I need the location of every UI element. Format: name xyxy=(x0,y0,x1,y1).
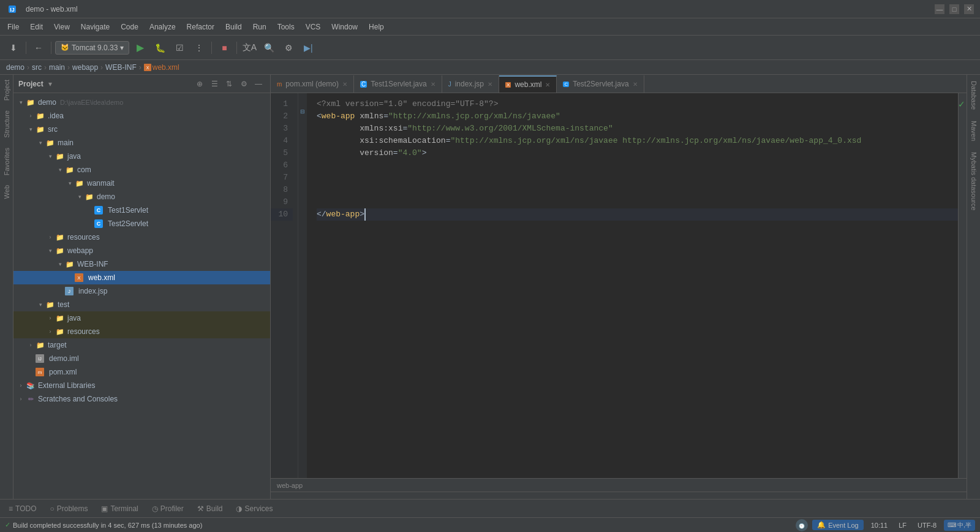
menu-vcs[interactable]: VCS xyxy=(301,21,326,33)
editor-tab-webxml[interactable]: X web.xml ✕ xyxy=(499,75,557,93)
breadcrumb-demo[interactable]: demo xyxy=(6,63,24,72)
menu-file[interactable]: File xyxy=(2,21,24,33)
editor-tab-test2servlet[interactable]: C Test2Servlet.java ✕ xyxy=(557,75,644,93)
run-button[interactable]: ▶ xyxy=(132,39,149,56)
close-button[interactable]: ✕ xyxy=(964,4,974,14)
toolbar-back-button[interactable]: ← xyxy=(30,39,47,56)
tree-item-pomxml[interactable]: m pom.xml xyxy=(13,365,270,379)
tree-arrow-target[interactable]: › xyxy=(26,340,36,350)
tree-arrow-demo[interactable]: ▾ xyxy=(16,97,26,107)
panel-close-btn[interactable]: — xyxy=(252,77,265,91)
sidebar-tab-favorites[interactable]: Favorites xyxy=(2,143,12,180)
tree-item-test-java[interactable]: › 📁 java xyxy=(13,311,270,325)
breadcrumb-webinf[interactable]: WEB-INF xyxy=(105,63,137,72)
tree-item-webinf[interactable]: ▾ 📁 WEB-INF xyxy=(13,257,270,271)
tree-item-scratches[interactable]: › ✏ Scratches and Consoles xyxy=(13,392,270,406)
tree-item-com[interactable]: ▾ 📁 com xyxy=(13,163,270,177)
bottom-tab-todo[interactable]: ≡ TODO xyxy=(2,500,42,517)
tree-item-indexjsp[interactable]: J index.jsp xyxy=(13,284,270,298)
tree-arrow-scratches[interactable]: › xyxy=(16,394,26,404)
status-lf[interactable]: LF xyxy=(895,520,910,530)
tree-item-test[interactable]: ▾ 📁 test xyxy=(13,298,270,311)
tree-arrow-java-src[interactable]: ▾ xyxy=(45,151,55,161)
plugin-button[interactable]: ▶| xyxy=(300,39,317,56)
sidebar-tab-structure[interactable]: Structure xyxy=(2,105,12,143)
tree-item-idea[interactable]: › 📁 .idea xyxy=(13,109,270,123)
settings-button[interactable]: ⚙ xyxy=(280,39,297,56)
tree-item-test2servlet[interactable]: C Test2Servlet xyxy=(13,217,270,230)
keyboard-layout-indicator[interactable]: ⌨ 中,半 xyxy=(944,520,975,531)
menu-build[interactable]: Build xyxy=(221,21,247,33)
tree-item-demo-sub[interactable]: ▾ 📁 demo xyxy=(13,190,270,203)
bottom-tab-profiler[interactable]: ◷ Profiler xyxy=(146,500,190,517)
panel-settings-btn[interactable]: ⚙ xyxy=(237,77,251,91)
tree-item-main[interactable]: ▾ 📁 main xyxy=(13,136,270,150)
menu-refactor[interactable]: Refactor xyxy=(182,21,219,33)
tree-item-test1servlet[interactable]: C Test1Servlet xyxy=(13,203,270,217)
tree-arrow-test-java[interactable]: › xyxy=(45,313,55,323)
tree-item-webxml[interactable]: X web.xml xyxy=(13,271,270,284)
tree-item-target[interactable]: › 📁 target xyxy=(13,338,270,352)
toolbar-more-button[interactable]: ⋮ xyxy=(190,39,208,56)
tree-item-external-libs[interactable]: › 📚 External Libraries xyxy=(13,379,270,392)
status-line-col[interactable]: 10:11 xyxy=(867,520,892,530)
status-encoding[interactable]: UTF-8 xyxy=(914,520,940,530)
menu-code[interactable]: Code xyxy=(116,21,143,33)
tree-arrow-ext-libs[interactable]: › xyxy=(16,381,26,390)
tab-close-webxml[interactable]: ✕ xyxy=(545,82,550,88)
tree-item-src[interactable]: ▾ 📁 src xyxy=(13,123,270,136)
minimize-button[interactable]: — xyxy=(935,4,944,14)
tab-close-test1[interactable]: ✕ xyxy=(431,81,435,88)
editor-scrollbar[interactable]: ✓ xyxy=(958,93,967,478)
menu-window[interactable]: Window xyxy=(326,21,363,33)
right-tab-database[interactable]: Database xyxy=(969,77,979,113)
breadcrumb-main[interactable]: main xyxy=(49,63,65,72)
menu-tools[interactable]: Tools xyxy=(273,21,300,33)
toolbar-vcs-update-button[interactable]: ⬇ xyxy=(5,39,22,56)
menu-analyze[interactable]: Analyze xyxy=(145,21,181,33)
menu-edit[interactable]: Edit xyxy=(25,21,48,33)
editor-tab-pomxml[interactable]: m pom.xml (demo) ✕ xyxy=(271,75,354,93)
tree-item-demo-root[interactable]: ▾ 📁 demo D:\javaEE\idea\demo xyxy=(13,96,270,109)
code-editor[interactable]: <?xml version="1.0" encoding="UTF-8"?> <… xyxy=(307,93,958,478)
breadcrumb-webapp[interactable]: webapp xyxy=(72,63,98,72)
bottom-tab-services[interactable]: ◑ Services xyxy=(230,500,279,517)
event-log-button[interactable]: 🔔 Event Log xyxy=(812,520,864,530)
breadcrumb-src[interactable]: src xyxy=(32,63,42,72)
fold-cell-2[interactable]: ⊟ xyxy=(298,105,307,118)
bottom-tab-build[interactable]: ⚒ Build xyxy=(191,500,229,517)
tree-arrow-test[interactable]: ▾ xyxy=(36,300,45,310)
editor-tab-test1servlet[interactable]: C Test1Servlet.java ✕ xyxy=(354,75,442,93)
menu-navigate[interactable]: Navigate xyxy=(76,21,115,33)
tab-close-test2[interactable]: ✕ xyxy=(633,81,638,88)
tree-arrow-webapp[interactable]: ▾ xyxy=(45,246,55,256)
tree-item-wanmait[interactable]: ▾ 📁 wanmait xyxy=(13,177,270,190)
editor-tab-indexjsp[interactable]: J index.jsp ✕ xyxy=(442,75,499,93)
right-tab-maven[interactable]: Maven xyxy=(969,117,979,145)
tree-arrow-resources[interactable]: › xyxy=(45,232,55,242)
right-tab-mybatis[interactable]: Mybatis datasource xyxy=(969,148,979,214)
horizontal-scrollbar[interactable] xyxy=(271,492,967,499)
panel-dropdown-icon[interactable]: ▾ xyxy=(48,80,52,88)
sidebar-tab-web[interactable]: Web xyxy=(2,180,12,203)
tree-arrow-src[interactable]: ▾ xyxy=(26,124,36,134)
menu-help[interactable]: Help xyxy=(364,21,389,33)
tab-close-indexjsp[interactable]: ✕ xyxy=(488,81,492,88)
stop-button[interactable]: ■ xyxy=(216,39,233,56)
tree-item-resources[interactable]: › 📁 resources xyxy=(13,230,270,244)
debug-button[interactable]: 🐛 xyxy=(151,39,168,56)
tree-item-java-src[interactable]: ▾ 📁 java xyxy=(13,150,270,163)
tree-item-demo-iml[interactable]: IJ demo.iml xyxy=(13,352,270,365)
translate-button[interactable]: 文A xyxy=(241,39,258,56)
panel-sort-btn[interactable]: ⇅ xyxy=(222,77,236,91)
bottom-tab-problems[interactable]: ○ Problems xyxy=(43,500,94,517)
tree-arrow-idea[interactable]: › xyxy=(26,111,36,121)
tree-item-webapp[interactable]: ▾ 📁 webapp xyxy=(13,244,270,257)
tab-close-pom[interactable]: ✕ xyxy=(342,81,347,88)
tree-arrow-webinf[interactable]: ▾ xyxy=(55,259,65,269)
panel-collapse-btn[interactable]: ☰ xyxy=(208,77,221,91)
maximize-button[interactable]: □ xyxy=(949,4,959,14)
bottom-tab-terminal[interactable]: ▣ Terminal xyxy=(95,500,144,517)
menu-run[interactable]: Run xyxy=(248,21,271,33)
tree-arrow-main[interactable]: ▾ xyxy=(36,138,45,148)
